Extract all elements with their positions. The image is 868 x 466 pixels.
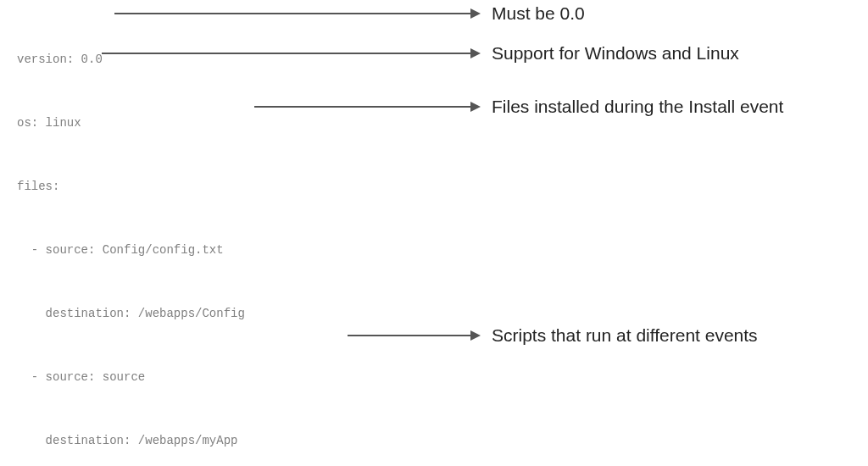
arrow-right-icon xyxy=(470,48,481,58)
annotation-hooks: Scripts that run at different events xyxy=(492,325,758,346)
yaml-code-block: version: 0.0 os: linux files: - source: … xyxy=(17,7,868,466)
arrow-right-icon xyxy=(470,330,481,341)
arrow-line xyxy=(348,335,470,336)
arrow-line xyxy=(254,106,470,108)
code-line-file1-source: - source: Config/config.txt xyxy=(17,240,868,261)
arrow-line xyxy=(102,53,470,54)
code-line-file2-source: - source: source xyxy=(17,367,868,388)
code-line-file2-dest: destination: /webapps/myApp xyxy=(17,430,868,452)
arrow-line xyxy=(114,13,470,14)
annotation-files: Files installed during the Install event xyxy=(492,96,783,117)
annotation-os: Support for Windows and Linux xyxy=(492,42,739,64)
code-line-file1-dest: destination: /webapps/Config xyxy=(17,303,868,325)
arrow-right-icon xyxy=(470,102,481,112)
annotation-version: Must be 0.0 xyxy=(492,3,585,24)
arrow-right-icon xyxy=(470,8,481,19)
code-line-files: files: xyxy=(17,176,868,197)
